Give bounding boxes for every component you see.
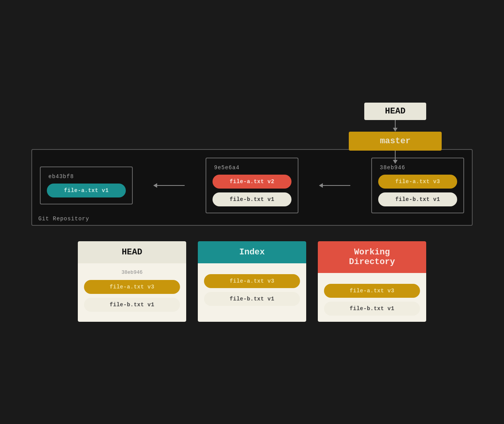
main-container: HEAD master eb43bf8 file-a.txt v1 [20, 91, 484, 333]
commits-row: eb43bf8 file-a.txt v1 9e5e6a4 file-a.txt… [40, 158, 464, 213]
area-head-hash: 38eb946 [84, 270, 180, 275]
area-working-dir-content: file-a.txt v3 file-b.txt v1 [318, 273, 426, 322]
area-working-dir: Working Directory file-a.txt v3 file-b.t… [318, 241, 426, 322]
area-head-header: HEAD [78, 241, 186, 263]
commit-hash-2: 9e5e6a4 [214, 165, 240, 171]
file-pill-2-0: file-a.txt v2 [213, 175, 291, 189]
file-pill-3-0: file-a.txt v3 [378, 175, 457, 189]
file-pill-3-1: file-b.txt v1 [378, 192, 457, 206]
file-pill-2-1: file-b.txt v1 [213, 192, 291, 206]
arrow-2 [298, 185, 371, 186]
git-repo-label: Git Repository [38, 216, 89, 222]
area-head-file-1: file-b.txt v1 [84, 298, 180, 312]
area-working-dir-file-1: file-b.txt v1 [324, 302, 420, 316]
bottom-section: HEAD 38eb946 file-a.txt v3 file-b.txt v1… [31, 241, 473, 322]
master-to-commit-arrow [393, 151, 398, 164]
commit-hash-1: eb43bf8 [48, 173, 74, 180]
area-working-dir-header: Working Directory [318, 241, 426, 273]
commit-9e5e6a4: 9e5e6a4 file-a.txt v2 file-b.txt v1 [206, 158, 298, 213]
head-to-master-arrow [393, 120, 398, 132]
area-index-content: file-a.txt v3 file-b.txt v1 [198, 263, 306, 322]
area-index: Index file-a.txt v3 file-b.txt v1 [198, 241, 306, 322]
arrow-1 [133, 185, 206, 186]
commit-38eb946: 38eb946 file-a.txt v3 file-b.txt v1 [371, 158, 464, 213]
master-label: master [349, 132, 442, 151]
area-index-file-1: file-b.txt v1 [204, 292, 300, 306]
area-working-dir-file-0: file-a.txt v3 [324, 284, 420, 298]
area-index-header: Index [198, 241, 306, 263]
head-label: HEAD [364, 103, 426, 120]
area-index-file-0: file-a.txt v3 [204, 274, 300, 288]
area-head-file-0: file-a.txt v3 [84, 280, 180, 294]
area-head-content: 38eb946 file-a.txt v3 file-b.txt v1 [78, 263, 186, 322]
area-head: HEAD 38eb946 file-a.txt v3 file-b.txt v1 [78, 241, 186, 322]
commit-hash-3: 38eb946 [380, 165, 405, 171]
file-pill-1-0: file-a.txt v1 [47, 184, 126, 197]
commit-eb43bf8: eb43bf8 file-a.txt v1 [40, 167, 133, 204]
